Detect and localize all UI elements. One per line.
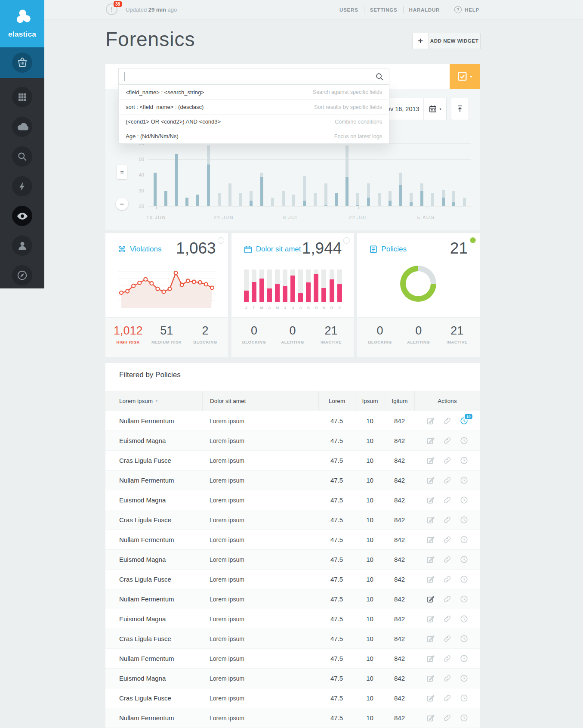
link-icon[interactable] — [443, 674, 451, 682]
edit-icon[interactable] — [426, 595, 435, 603]
cell-igitum: 842 — [385, 669, 414, 688]
link-icon[interactable] — [443, 635, 451, 643]
link-icon[interactable] — [443, 615, 451, 623]
edit-icon[interactable] — [426, 555, 435, 564]
table-row: Cras Ligula FusceLorem ipsum47.510842 — [105, 570, 480, 589]
calendar-button[interactable]: ▾ — [423, 98, 446, 120]
page-title: Forensics — [105, 28, 195, 51]
sidebar-item-search[interactable] — [0, 142, 44, 171]
suggestion-hint: Combine conditions — [335, 119, 382, 125]
column-header-lorem-ipsum[interactable]: Lorem ipsum▾ — [105, 391, 202, 411]
history-icon[interactable] — [460, 674, 468, 682]
sidebar-item-forensics[interactable] — [0, 201, 44, 231]
edit-icon[interactable] — [426, 516, 435, 524]
cell-description: Lorem ipsum — [202, 451, 318, 470]
history-icon[interactable] — [460, 615, 468, 623]
search-suggestion[interactable]: (<cond1> OR <cond2>) AND <cond3>Combine … — [119, 114, 389, 129]
history-icon[interactable] — [460, 516, 468, 524]
link-icon[interactable] — [443, 516, 451, 524]
link-icon[interactable] — [443, 496, 451, 504]
history-icon[interactable] — [460, 575, 468, 583]
widget-radio[interactable] — [218, 237, 224, 244]
cell-name: Cras Ligula Fusce — [105, 451, 202, 470]
history-icon[interactable] — [460, 654, 468, 663]
cell-lorem: 47.5 — [318, 629, 355, 648]
sidebar-item-users[interactable] — [0, 231, 44, 260]
edit-icon[interactable] — [426, 714, 435, 722]
zoom-slider-handle[interactable]: = — [117, 165, 127, 179]
search-input[interactable] — [118, 68, 389, 85]
cell-lorem: 47.5 — [318, 411, 355, 431]
sidebar-item-store[interactable] — [0, 47, 44, 78]
history-icon[interactable] — [460, 496, 468, 504]
scroll-top-button[interactable] — [451, 98, 469, 120]
link-icon[interactable] — [443, 476, 451, 484]
sidebar-item-flash[interactable] — [0, 171, 44, 201]
history-icon[interactable] — [460, 714, 468, 722]
edit-icon[interactable] — [426, 615, 435, 623]
edit-icon[interactable] — [426, 635, 435, 643]
history-icon[interactable] — [460, 694, 468, 702]
add-new-widget-button[interactable]: + ADD NEW WIDGET — [412, 33, 481, 49]
history-icon[interactable] — [460, 635, 468, 643]
chart-bar — [378, 193, 381, 206]
table-row: Cras Ligula FusceLorem ipsum47.510842 — [105, 451, 480, 471]
history-icon[interactable]: 19 — [460, 417, 468, 425]
edit-icon[interactable] — [426, 674, 435, 682]
row-actions — [414, 550, 480, 569]
history-icon[interactable] — [460, 456, 468, 465]
edit-icon[interactable] — [426, 694, 435, 702]
command-icon: ⌘ — [118, 245, 126, 254]
edit-icon[interactable] — [426, 437, 435, 445]
link-icon[interactable] — [443, 654, 451, 663]
nav-settings[interactable]: SETTINGS — [370, 7, 398, 12]
search-suggestion[interactable]: sort : <field_name> : (desclasc)Sort res… — [119, 99, 389, 114]
notification-badge: 38 — [114, 1, 122, 7]
edit-icon[interactable] — [426, 575, 435, 583]
history-icon[interactable] — [460, 476, 468, 484]
help-button[interactable]: ? HELP — [454, 6, 479, 13]
sidebar-item-apps[interactable] — [0, 82, 44, 112]
search-suggestion[interactable]: <field_name> : <search_string>Search aga… — [119, 85, 389, 99]
edit-icon[interactable] — [426, 496, 435, 504]
widget-radio[interactable] — [343, 237, 350, 244]
history-icon[interactable] — [460, 437, 468, 445]
link-icon[interactable] — [443, 714, 451, 722]
link-icon[interactable] — [443, 694, 451, 702]
edit-icon[interactable] — [426, 536, 435, 544]
history-icon[interactable] — [460, 595, 468, 603]
nav-users[interactable]: USERS — [339, 7, 358, 12]
cell-lorem: 47.5 — [318, 510, 355, 530]
zoom-out-button[interactable]: − — [116, 198, 128, 210]
link-icon[interactable] — [443, 417, 451, 425]
edit-icon[interactable] — [426, 456, 435, 465]
cell-lorem: 47.5 — [318, 589, 355, 609]
search-suggestion[interactable]: Age : (Nd/Nh/Nm/Ns)Focus on latest logs — [119, 129, 389, 143]
link-icon[interactable] — [443, 536, 451, 544]
history-icon[interactable] — [460, 555, 468, 564]
widget-radio-selected[interactable] — [470, 237, 476, 243]
plus-icon: + — [413, 33, 429, 49]
sidebar-item-cloud[interactable] — [0, 112, 44, 142]
sidebar-item-explore[interactable] — [0, 260, 44, 290]
cell-ipsum: 10 — [355, 629, 385, 648]
edit-icon[interactable] — [426, 654, 435, 663]
link-icon[interactable] — [443, 437, 451, 445]
link-icon[interactable] — [443, 575, 451, 583]
apply-search-button[interactable]: ▾ — [450, 64, 480, 89]
elastica-logo[interactable]: elastica — [0, 0, 44, 47]
link-icon[interactable] — [443, 456, 451, 465]
link-icon[interactable] — [443, 555, 451, 564]
search-icon[interactable] — [375, 72, 384, 83]
edit-icon[interactable] — [426, 476, 435, 484]
month-label: A — [267, 305, 272, 310]
chart-bar-dark — [164, 191, 167, 206]
nav-account[interactable]: HARALDUR — [409, 7, 440, 12]
cell-igitum: 842 — [385, 411, 414, 431]
link-icon[interactable] — [443, 595, 451, 603]
stat-high-risk: 1,012HIGH RISK — [109, 318, 148, 357]
notifications-button[interactable]: ! 38 — [106, 3, 117, 15]
history-icon[interactable] — [460, 536, 468, 544]
edit-icon[interactable] — [426, 417, 435, 425]
cell-lorem: 47.5 — [318, 530, 355, 549]
